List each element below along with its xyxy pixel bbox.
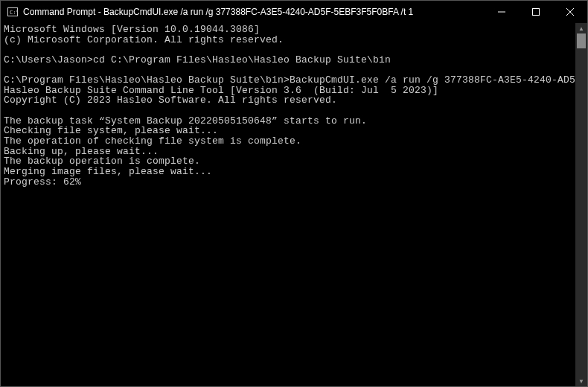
terminal-line: The backup operation is complete.: [4, 156, 572, 167]
cmd-icon: C:\: [7, 6, 19, 18]
scroll-thumb[interactable]: [577, 33, 586, 48]
terminal-line: Microsoft Windows [Version 10.0.19044.30…: [4, 25, 572, 35]
terminal-line: Checking file system, please wait...: [4, 126, 572, 136]
maximize-button[interactable]: [519, 1, 553, 23]
command-prompt-window: C:\ Command Prompt - BackupCmdUI.exe /a …: [0, 0, 588, 387]
titlebar[interactable]: C:\ Command Prompt - BackupCmdUI.exe /a …: [1, 1, 587, 23]
terminal-line: [4, 45, 572, 55]
scroll-down-arrow[interactable]: ▼: [575, 376, 587, 386]
scrollbar[interactable]: ▲ ▼: [575, 23, 587, 386]
window-controls: [485, 1, 587, 23]
terminal-line: The operation of checking file system is…: [4, 136, 572, 147]
svg-text:C:\: C:\: [10, 10, 18, 16]
terminal-line: [4, 106, 572, 116]
terminal-line: C:\Users\Jason>cd C:\Program Files\Hasle…: [4, 55, 572, 65]
close-button[interactable]: [553, 1, 587, 23]
terminal-line: Copyright (C) 2023 Hasleo Software. All …: [4, 95, 572, 106]
minimize-button[interactable]: [485, 1, 519, 23]
scroll-up-arrow[interactable]: ▲: [575, 23, 587, 33]
terminal-line: (c) Microsoft Corporation. All rights re…: [4, 35, 572, 45]
terminal-line: C:\Program Files\Hasleo\Hasleo Backup Su…: [4, 75, 572, 86]
window-title: Command Prompt - BackupCmdUI.exe /a run …: [23, 7, 485, 17]
terminal-line: Progress: 62%: [4, 177, 572, 188]
terminal-output[interactable]: Microsoft Windows [Version 10.0.19044.30…: [1, 23, 575, 386]
terminal-line: The backup task “System Backup 202205051…: [4, 116, 572, 127]
terminal-line: Hasleo Backup Suite Command Line Tool [V…: [4, 86, 572, 96]
content-wrap: Microsoft Windows [Version 10.0.19044.30…: [1, 23, 587, 386]
svg-rect-3: [533, 9, 540, 16]
terminal-line: Backing up, please wait...: [4, 147, 572, 157]
terminal-line: [4, 65, 572, 76]
terminal-line: Merging image files, please wait...: [4, 167, 572, 177]
